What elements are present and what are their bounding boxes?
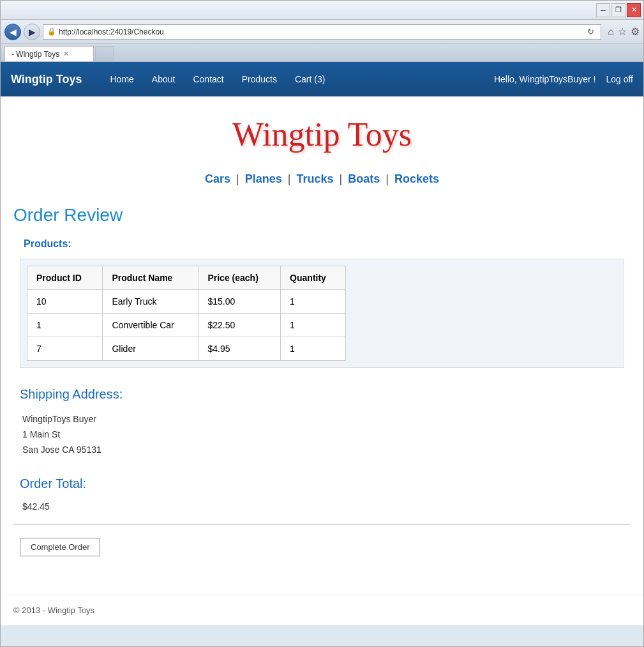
address-bar-icon: 🔒: [47, 27, 56, 36]
nav-products[interactable]: Products: [233, 62, 286, 96]
nav-home[interactable]: Home: [101, 62, 143, 96]
col-product-name: Product Name: [103, 266, 198, 290]
shipping-address: WingtipToys Buyer 1 Main St San Jose CA …: [22, 412, 624, 457]
col-quantity: Quantity: [281, 266, 346, 290]
shipping-name: WingtipToys Buyer: [22, 412, 624, 427]
minimize-button[interactable]: ─: [596, 3, 610, 17]
nav-cart[interactable]: Cart (3): [286, 62, 334, 96]
toolbar-icons: ⌂ ☆ ⚙: [608, 26, 640, 38]
category-boats[interactable]: Boats: [348, 172, 380, 185]
address-text: http://localhost:24019/Checkou: [59, 27, 582, 36]
nav-about[interactable]: About: [143, 62, 184, 96]
cell-quantity: 1: [281, 290, 346, 314]
close-button[interactable]: ✕: [627, 3, 641, 17]
navbar-brand[interactable]: Wingtip Toys: [11, 73, 82, 86]
shipping-line1: 1 Main St: [22, 427, 624, 443]
shipping-title: Shipping Address:: [20, 387, 624, 402]
tab-title: - Wingtip Toys: [11, 50, 59, 59]
page-content: Wingtip Toys Cars | Planes | Trucks | Bo…: [1, 96, 643, 582]
cell-quantity: 1: [281, 314, 346, 337]
shipping-section: Shipping Address: WingtipToys Buyer 1 Ma…: [20, 387, 624, 457]
products-label: Products:: [24, 238, 631, 250]
cell-price: $22.50: [198, 314, 281, 337]
cell-product-id: 7: [27, 337, 103, 361]
sep-2: |: [288, 172, 291, 185]
cell-price: $4.95: [198, 337, 281, 361]
hello-text: Hello, WingtipToysBuyer !: [494, 74, 596, 84]
table-row: 7 Glider $4.95 1: [27, 337, 346, 361]
browser-toolbar: ◀ ▶ 🔒 http://localhost:24019/Checkou ↻ ⌂…: [1, 20, 643, 44]
tab-bar: - Wingtip Toys ✕: [1, 44, 643, 62]
cell-price: $15.00: [198, 290, 281, 314]
cell-product-id: 1: [27, 314, 103, 337]
cell-product-name: Convertible Car: [103, 314, 198, 337]
browser-window: ─ ❐ ✕ ◀ ▶ 🔒 http://localhost:24019/Check…: [0, 0, 644, 647]
category-trucks[interactable]: Trucks: [296, 172, 333, 185]
footer: © 2013 - Wingtip Toys: [1, 595, 643, 625]
address-bar[interactable]: 🔒 http://localhost:24019/Checkou ↻: [43, 24, 601, 40]
navbar: Wingtip Toys Home About Contact Products…: [1, 62, 643, 96]
category-nav: Cars | Planes | Trucks | Boats | Rockets: [13, 172, 631, 186]
settings-icon[interactable]: ⚙: [631, 26, 640, 38]
table-row: 1 Convertible Car $22.50 1: [27, 314, 346, 337]
page-title: Order Review: [13, 205, 631, 225]
sep-4: |: [386, 172, 389, 185]
nav-contact[interactable]: Contact: [184, 62, 232, 96]
logoff-link[interactable]: Log off: [606, 74, 633, 84]
footer-text: © 2013 - Wingtip Toys: [13, 605, 94, 615]
tab-close-icon[interactable]: ✕: [63, 50, 69, 58]
cell-product-id: 10: [27, 290, 103, 314]
favorites-icon[interactable]: ☆: [618, 26, 627, 38]
home-icon[interactable]: ⌂: [608, 26, 614, 38]
complete-order-button[interactable]: Complete Order: [20, 538, 100, 556]
sep-1: |: [236, 172, 239, 185]
cell-quantity: 1: [281, 337, 346, 361]
col-price: Price (each): [198, 266, 281, 290]
products-table-wrapper: Product ID Product Name Price (each) Qua…: [20, 259, 624, 368]
forward-button[interactable]: ▶: [24, 24, 40, 40]
category-rockets[interactable]: Rockets: [394, 172, 439, 185]
col-product-id: Product ID: [27, 266, 103, 290]
products-table: Product ID Product Name Price (each) Qua…: [27, 266, 346, 361]
shipping-line2: San Jose CA 95131: [22, 443, 624, 458]
active-tab[interactable]: - Wingtip Toys ✕: [4, 46, 94, 61]
cell-product-name: Glider: [103, 337, 198, 361]
category-planes[interactable]: Planes: [245, 172, 282, 185]
sep-3: |: [340, 172, 343, 185]
back-button[interactable]: ◀: [4, 24, 21, 40]
order-total-title: Order Total:: [20, 476, 624, 491]
table-row: 10 Early Truck $15.00 1: [27, 290, 346, 314]
order-total-value: $42.45: [22, 501, 624, 512]
cell-product-name: Early Truck: [103, 290, 198, 314]
restore-button[interactable]: ❐: [611, 3, 625, 17]
app-container: Wingtip Toys Home About Contact Products…: [1, 62, 643, 625]
category-cars[interactable]: Cars: [205, 172, 230, 185]
new-tab-button[interactable]: [95, 46, 114, 61]
divider: [13, 524, 631, 525]
refresh-button[interactable]: ↻: [585, 27, 597, 36]
browser-titlebar: ─ ❐ ✕: [1, 1, 643, 20]
order-total-section: Order Total: $42.45: [20, 476, 624, 512]
navbar-right: Hello, WingtipToysBuyer ! Log off: [494, 74, 633, 84]
navbar-links: Home About Contact Products Cart (3): [101, 62, 494, 96]
site-title: Wingtip Toys: [13, 109, 631, 160]
